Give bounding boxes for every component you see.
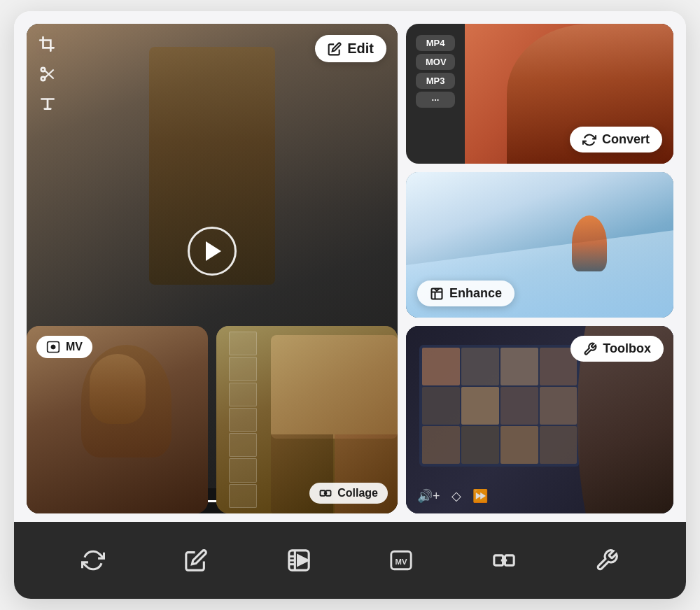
mv-label: MV — [66, 341, 83, 353]
mv-tab-icon: MV — [384, 544, 418, 577]
scissors-icon[interactable] — [38, 64, 57, 84]
fast-forward-icon[interactable]: ⏩ — [472, 488, 488, 504]
crop-icon[interactable] — [38, 35, 57, 55]
svg-point-6 — [52, 346, 55, 349]
tab-convert[interactable] — [76, 544, 110, 577]
edit-icon — [328, 42, 342, 56]
svg-marker-10 — [298, 555, 307, 565]
edit-badge[interactable]: Edit — [315, 35, 386, 62]
enhance-badge[interactable]: Enhance — [417, 281, 514, 306]
collage-tab-icon — [487, 544, 521, 577]
volume-plus-icon[interactable]: 🔊+ — [417, 488, 440, 504]
mv-badge[interactable]: MV — [36, 336, 92, 358]
panel-mv[interactable]: MV — [27, 326, 208, 513]
enhance-right-img — [540, 172, 673, 318]
convert-tab-icon — [76, 544, 110, 577]
edit-toolbar — [38, 35, 57, 113]
toolbox-tab-icon — [590, 544, 624, 577]
app-container: Edit ⏮ ▶ ⏭ 🔊 MP4 MOV — [14, 11, 686, 599]
tab-bar: MV — [14, 522, 686, 599]
collage-strip — [229, 326, 257, 513]
eraser-icon[interactable]: ◇ — [451, 488, 461, 504]
svg-point-0 — [41, 68, 45, 71]
enhance-tab-icon — [282, 544, 316, 577]
panel-enhance[interactable]: Enhance — [406, 172, 673, 318]
panel-convert[interactable]: MP4 MOV MP3 ··· Convert — [406, 24, 673, 164]
play-button[interactable] — [188, 227, 237, 276]
edit-label: Edit — [347, 41, 374, 57]
panel-collage[interactable]: Collage — [216, 326, 398, 513]
collage-badge[interactable]: Collage — [309, 483, 388, 504]
tab-enhance[interactable] — [282, 544, 316, 577]
tab-mv[interactable]: MV — [384, 544, 418, 577]
edit-tab-icon — [179, 544, 213, 577]
enhance-label: Enhance — [449, 286, 502, 301]
enhance-icon — [430, 287, 444, 301]
svg-point-1 — [41, 77, 45, 80]
svg-text:MV: MV — [396, 558, 407, 566]
collage-label: Collage — [337, 487, 378, 499]
toolbox-icon — [583, 342, 597, 356]
convert-label: Convert — [602, 132, 650, 147]
panel-toolbox[interactable]: Toolbox 🔊+ ◇ ⏩ — [406, 326, 673, 513]
convert-badge[interactable]: Convert — [570, 127, 662, 152]
format-list: MP4 MOV MP3 ··· — [406, 24, 455, 119]
toolbox-label: Toolbox — [603, 341, 651, 356]
format-mp4[interactable]: MP4 — [416, 35, 455, 51]
format-mp3[interactable]: MP3 — [416, 73, 455, 89]
text-icon[interactable] — [38, 94, 57, 113]
collage-icon — [319, 487, 332, 499]
tab-edit[interactable] — [179, 544, 213, 577]
toolbox-badge[interactable]: Toolbox — [570, 336, 664, 362]
toolbox-bottom-icons: 🔊+ ◇ ⏩ — [417, 488, 488, 504]
tab-toolbox[interactable] — [590, 544, 624, 577]
tab-collage[interactable] — [487, 544, 521, 577]
format-more[interactable]: ··· — [416, 92, 455, 108]
format-mov[interactable]: MOV — [416, 54, 455, 70]
main-grid: Edit ⏮ ▶ ⏭ 🔊 MP4 MOV — [14, 11, 686, 522]
convert-icon — [582, 133, 596, 147]
mv-icon — [46, 340, 60, 354]
